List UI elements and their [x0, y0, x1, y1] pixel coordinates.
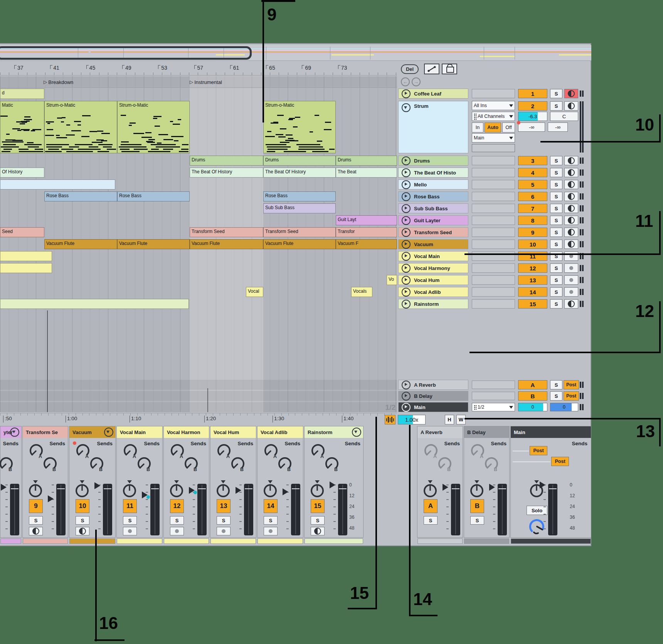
track-number-box[interactable]: 2	[518, 101, 547, 111]
post-toggle[interactable]: Post	[530, 446, 547, 455]
mixer-track-title[interactable]: Vacuum	[69, 426, 115, 438]
volume-fader[interactable]	[498, 484, 507, 535]
track-io-slot[interactable]	[472, 89, 515, 98]
solo-button[interactable]: S	[550, 275, 562, 285]
solo-button[interactable]: S	[550, 101, 562, 111]
monitor-off-button[interactable]: Off	[502, 122, 515, 132]
track-io-slot[interactable]	[472, 275, 515, 285]
volume-fader[interactable]	[291, 484, 300, 535]
clip[interactable]: Drums	[190, 156, 263, 166]
solo-button[interactable]: S	[550, 299, 562, 309]
volume-fader[interactable]	[338, 484, 347, 535]
solo-button[interactable]: S	[550, 156, 562, 165]
clip[interactable]: Rose Bass	[44, 191, 117, 201]
track-number-box[interactable]: 13	[518, 275, 547, 285]
track-number-box[interactable]: 6	[518, 192, 547, 201]
arm-button[interactable]	[564, 228, 578, 237]
mixer-track-title[interactable]: yter	[0, 426, 21, 438]
arrangement-overview[interactable]	[0, 45, 591, 61]
fader-handle-icon[interactable]	[48, 495, 54, 502]
mixer-track-number[interactable]: 11	[123, 499, 137, 513]
arm-button[interactable]	[564, 89, 578, 98]
solo-button[interactable]: S	[424, 516, 438, 525]
monitor-auto-button[interactable]: Auto	[485, 122, 501, 132]
beat-time-ruler[interactable]: 37414549535761656973	[0, 62, 397, 75]
track-number-box[interactable]: 1	[518, 89, 547, 98]
strum-io-extra-slot[interactable]	[472, 144, 515, 152]
track-header-7[interactable]: Sub Sub Bass	[398, 203, 468, 213]
fader-handle-icon[interactable]	[236, 487, 241, 494]
track-number-box[interactable]: 10	[518, 240, 547, 249]
mixer-track-title[interactable]: Rainstorm	[305, 426, 363, 438]
arm-button[interactable]	[564, 275, 578, 285]
pan-knob[interactable]	[28, 480, 43, 498]
arm-button[interactable]	[564, 192, 578, 201]
clip[interactable]: Rose Bass	[117, 191, 190, 201]
clip[interactable]	[0, 299, 189, 309]
solo-button[interactable]: S	[550, 240, 562, 249]
strum-input-type-dropdown[interactable]: All Ins	[472, 101, 515, 110]
solo-button[interactable]: S	[550, 263, 562, 273]
track-io-slot[interactable]	[472, 228, 515, 237]
fader-handle-icon[interactable]	[283, 488, 288, 495]
mixer-track-number[interactable]: 14	[264, 499, 278, 513]
play-track-icon[interactable]	[402, 240, 411, 249]
fader-handle-icon[interactable]	[1, 484, 7, 491]
return-header-A[interactable]: A Reverb	[398, 380, 468, 390]
solo-button[interactable]: S	[170, 516, 184, 525]
clip[interactable]: Rose Bass	[263, 191, 336, 201]
arm-button[interactable]	[564, 180, 578, 189]
clip[interactable]: Vacuum F	[336, 239, 397, 249]
track-header-14[interactable]: Vocal Adlib	[398, 287, 468, 297]
pan-knob[interactable]	[215, 480, 231, 498]
fader-handle-icon[interactable]	[489, 484, 495, 491]
play-track-icon[interactable]	[402, 381, 411, 389]
fixed-height-button[interactable]: H	[445, 415, 454, 424]
track-io-slot[interactable]	[472, 192, 515, 201]
track-number-box[interactable]: 7	[518, 204, 547, 213]
track-header-10[interactable]: Vacuum	[398, 239, 468, 249]
track-number-box[interactable]: 8	[518, 216, 547, 225]
return-letter-box[interactable]: B	[518, 391, 547, 401]
volume-fader[interactable]	[10, 484, 19, 535]
clip[interactable]: Guit Layt	[336, 215, 397, 225]
play-track-icon[interactable]	[402, 204, 411, 213]
play-track-icon[interactable]	[402, 403, 411, 412]
track-io-slot[interactable]	[472, 180, 515, 189]
clip[interactable]: The Beat Of History	[190, 168, 263, 178]
arm-button[interactable]	[564, 263, 578, 273]
main-pan-field[interactable]: 0	[518, 403, 547, 411]
main-track-header[interactable]: Main	[398, 402, 468, 412]
clip[interactable]: Vacuum Flute	[117, 239, 190, 249]
solo-button[interactable]: S	[550, 287, 562, 297]
track-io-slot[interactable]	[472, 168, 515, 177]
volume-fader[interactable]	[197, 484, 207, 535]
post-toggle[interactable]: Post	[551, 457, 569, 466]
mixer-track-number[interactable]: 15	[311, 499, 325, 513]
pan-knob[interactable]	[122, 480, 137, 498]
track-header-2[interactable]: Strum	[398, 101, 468, 153]
mixer-track-title[interactable]: Vocal Harmon	[164, 426, 209, 438]
solo-button[interactable]: S	[311, 516, 325, 525]
clip[interactable]	[0, 263, 52, 273]
mixer-track-number[interactable]: A	[424, 499, 438, 513]
arm-button[interactable]	[311, 527, 325, 535]
clip[interactable]	[0, 251, 52, 261]
mixer-track-title[interactable]: A Reverb	[417, 426, 463, 438]
play-track-icon[interactable]	[402, 168, 411, 177]
mixer-track-title[interactable]: Vocal Adlib	[257, 426, 303, 438]
solo-button[interactable]: S	[550, 391, 562, 401]
track-io-slot[interactable]	[472, 156, 515, 165]
pan-knob[interactable]	[422, 480, 438, 498]
fold-track-icon[interactable]	[352, 428, 361, 437]
post-toggle[interactable]: Post	[564, 380, 579, 389]
track-io-slot[interactable]	[472, 204, 515, 213]
track-header-15[interactable]: Rainstorm	[398, 299, 468, 309]
clip[interactable]: Vocals	[351, 287, 372, 297]
locator-flag-instrumental[interactable]: ▷Instrumental	[190, 78, 222, 86]
nudge-back-button[interactable]: ←	[401, 77, 410, 86]
clip[interactable]: Vacuum Flute	[190, 239, 263, 249]
track-io-slot[interactable]	[472, 240, 515, 249]
clip[interactable]: Drums	[263, 156, 336, 166]
track-io-slot[interactable]	[472, 263, 515, 273]
